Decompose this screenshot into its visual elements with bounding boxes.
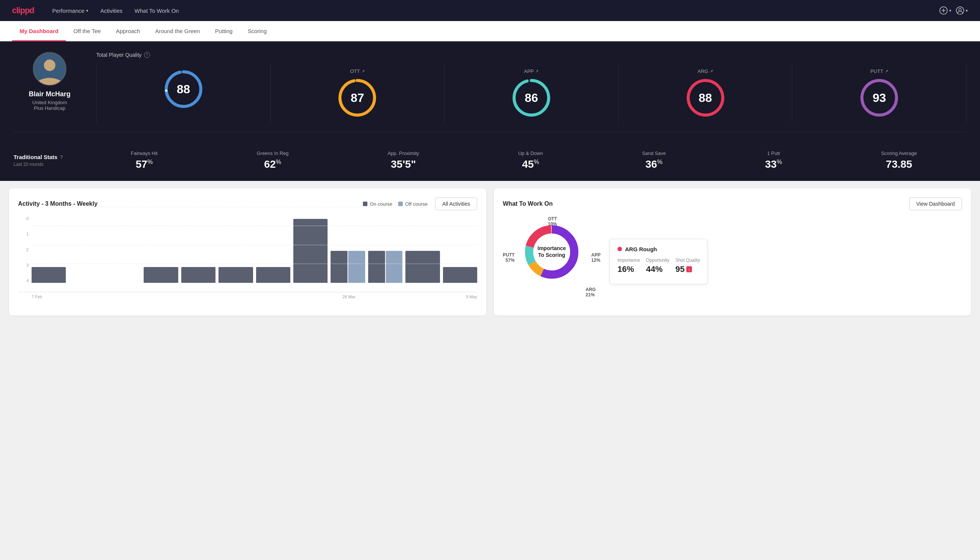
avatar bbox=[33, 52, 67, 86]
chart-legend: On course Off course bbox=[363, 201, 428, 207]
legend-off-course: Off course bbox=[398, 201, 428, 207]
circle-app: 86 bbox=[511, 77, 552, 118]
score-card-arg: ARG ↗ 88 bbox=[619, 64, 793, 123]
on-course-bar bbox=[405, 251, 439, 283]
tab-putting[interactable]: Putting bbox=[208, 21, 240, 42]
nav-right-actions: ▾ ▾ bbox=[939, 7, 968, 15]
on-course-bar bbox=[293, 219, 328, 283]
donut-label-app: APP 12% bbox=[591, 252, 601, 263]
metric-importance: Importance 16% bbox=[617, 258, 640, 274]
nav-activities[interactable]: Activities bbox=[100, 8, 123, 14]
tab-off-the-tee[interactable]: Off the Tee bbox=[66, 21, 108, 42]
score-label-arg: ARG ↗ bbox=[697, 68, 713, 74]
gridline-3 bbox=[32, 226, 477, 226]
trad-info-icon[interactable]: ? bbox=[60, 154, 63, 160]
off-course-dot bbox=[398, 202, 403, 206]
x-label-mid: 28 Mar bbox=[243, 295, 455, 299]
all-activities-button[interactable]: All Activities bbox=[435, 197, 477, 210]
traditional-stats-label: Traditional Stats ? Last 20 rounds bbox=[13, 154, 81, 167]
arg-rough-info-card: ARG Rough Importance 16% Opportunity 44% bbox=[610, 239, 708, 284]
score-label-ott: OTT ↗ bbox=[350, 68, 365, 74]
nav-what-to-work-on[interactable]: What To Work On bbox=[135, 8, 179, 14]
stat-sand-save: Sand Save 36% bbox=[642, 150, 666, 170]
stat-1-putt: 1 Putt 33% bbox=[765, 150, 782, 170]
off-course-bar bbox=[386, 251, 403, 283]
tpq-section: Total Player Quality ? 88 bbox=[96, 52, 967, 123]
score-value-putt: 93 bbox=[872, 91, 886, 105]
svg-text:Importance: Importance bbox=[537, 245, 566, 251]
hero-section: Blair McHarg United Kingdom Plus Handica… bbox=[0, 42, 980, 143]
wtwon-panel-header: What To Work On View Dashboard bbox=[503, 197, 962, 210]
circle-putt: 93 bbox=[859, 77, 900, 118]
stat-fairways-hit: Fairways Hit 57% bbox=[131, 150, 158, 170]
on-course-bar bbox=[144, 267, 178, 283]
x-label-end: 9 May bbox=[455, 295, 477, 299]
top-navigation: clippd Performance ▾ Activities What To … bbox=[0, 0, 980, 21]
svg-text:To Scoring: To Scoring bbox=[538, 252, 565, 258]
bar-group bbox=[368, 251, 403, 283]
add-button[interactable]: ▾ bbox=[939, 7, 952, 15]
circle-ott: 87 bbox=[336, 77, 378, 118]
bar-group bbox=[405, 251, 439, 283]
y-axis-labels: 4 3 2 1 0 bbox=[18, 216, 28, 283]
bar-group bbox=[256, 267, 290, 283]
user-account-button[interactable]: ▾ bbox=[956, 7, 968, 15]
stat-app-proximity: App. Proximity 35'5" bbox=[388, 150, 419, 170]
svg-point-4 bbox=[959, 8, 962, 11]
donut-label-putt: PUTT 57% bbox=[503, 252, 514, 263]
on-course-bar bbox=[32, 267, 66, 283]
gridline-4 bbox=[32, 207, 477, 207]
donut-chart: Importance To Scoring bbox=[520, 220, 584, 284]
gridline-1 bbox=[32, 263, 477, 264]
bar-group bbox=[331, 251, 365, 283]
chevron-down-icon: ▾ bbox=[966, 8, 968, 13]
tab-approach[interactable]: Approach bbox=[108, 21, 147, 42]
circle-arg: 88 bbox=[685, 77, 726, 118]
score-value-overall: 88 bbox=[177, 82, 190, 96]
chevron-down-icon: ▾ bbox=[86, 8, 88, 13]
trend-arrow-app: ↗ bbox=[535, 69, 539, 74]
app-logo: clippd bbox=[12, 6, 34, 15]
svg-point-6 bbox=[44, 59, 56, 71]
activity-panel: Activity - 3 Months - Weekly On course O… bbox=[9, 188, 486, 315]
activity-panel-title: Activity - 3 Months - Weekly bbox=[18, 200, 97, 207]
score-card-app: APP ↗ 86 bbox=[444, 64, 619, 123]
tpq-info-icon[interactable]: ? bbox=[144, 52, 150, 58]
shot-quality-badge: ↓ bbox=[686, 266, 692, 272]
trend-arrow-ott: ↗ bbox=[361, 69, 365, 74]
traditional-stat-items: Fairways Hit 57% Greens In Reg 62% App. … bbox=[81, 150, 967, 170]
x-label-start: 7 Feb bbox=[32, 295, 243, 299]
on-course-bar bbox=[443, 267, 477, 283]
tab-scoring[interactable]: Scoring bbox=[240, 21, 274, 42]
nav-performance[interactable]: Performance ▾ bbox=[52, 8, 88, 14]
activity-panel-header: Activity - 3 Months - Weekly On course O… bbox=[18, 197, 477, 210]
bar-group bbox=[443, 267, 477, 283]
tab-my-dashboard[interactable]: My Dashboard bbox=[12, 21, 66, 42]
donut-section: OTT 10% APP 12% ARG 21% PUTT bbox=[503, 216, 962, 307]
arg-rough-dot bbox=[617, 247, 622, 251]
score-card-overall: 88 bbox=[97, 64, 271, 123]
on-course-bar bbox=[368, 251, 385, 283]
view-dashboard-button[interactable]: View Dashboard bbox=[909, 197, 962, 210]
score-label-putt: PUTT ↗ bbox=[870, 68, 888, 74]
metric-shot-quality: Shot Quality 95 ↓ bbox=[676, 258, 700, 274]
score-card-putt: PUTT ↗ 93 bbox=[792, 64, 967, 123]
player-country: United Kingdom bbox=[32, 100, 67, 105]
off-course-bar bbox=[348, 251, 365, 283]
tab-bar: My Dashboard Off the Tee Approach Around… bbox=[0, 21, 980, 42]
donut-label-arg: ARG 21% bbox=[586, 287, 596, 297]
what-to-work-on-panel: What To Work On View Dashboard OTT 10% A… bbox=[494, 188, 971, 315]
score-value-arg: 88 bbox=[699, 91, 712, 105]
bottom-panels: Activity - 3 Months - Weekly On course O… bbox=[0, 181, 980, 323]
bar-group bbox=[144, 267, 178, 283]
activity-bar-chart: 4 3 2 1 0 7 Feb 28 Mar 9 May bbox=[18, 216, 477, 299]
tpq-label: Total Player Quality ? bbox=[96, 52, 967, 58]
bar-group bbox=[181, 267, 215, 283]
score-label-app: APP ↗ bbox=[524, 68, 539, 74]
stat-up-and-down: Up & Down 45% bbox=[518, 150, 543, 170]
on-course-bar bbox=[181, 267, 215, 283]
tab-around-the-green[interactable]: Around the Green bbox=[147, 21, 207, 42]
stat-greens-in-reg: Greens In Reg 62% bbox=[257, 150, 289, 170]
bar-group bbox=[293, 219, 328, 283]
chevron-down-icon: ▾ bbox=[949, 8, 952, 13]
